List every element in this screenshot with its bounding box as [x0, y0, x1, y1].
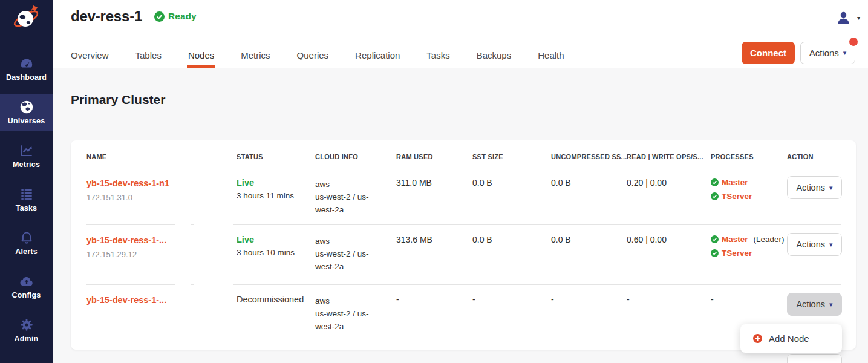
cloud-provider: aws — [315, 235, 396, 247]
app-logo[interactable] — [0, 0, 53, 37]
node-uptime: 3 hours 11 mins — [237, 191, 315, 200]
tab-health[interactable]: Health — [538, 42, 564, 68]
read-write-ops-value: - — [627, 295, 711, 304]
table-row: yb-15-dev-ress-1-... Decommissioned aws … — [71, 285, 856, 348]
sidebar-item-label: Alerts — [0, 247, 53, 256]
table-row: yb-15-dev-ress-1-n1 172.151.31.0 Live 3 … — [71, 168, 856, 224]
chevron-down-icon: ▾ — [857, 15, 860, 21]
notification-dot — [849, 38, 858, 46]
node-ip: 172.151.29.12 — [86, 250, 237, 259]
process-suffix: (Leader) — [754, 235, 785, 244]
planet-rocket-logo-icon — [10, 2, 43, 34]
node-actions-button-open[interactable]: Actions ▾ — [787, 293, 842, 316]
sst-size-value: - — [472, 295, 551, 304]
check-circle-icon — [711, 178, 719, 186]
bell-icon — [19, 230, 34, 246]
node-actions-label: Actions — [796, 183, 825, 192]
cloud-zone: us-west-2 / us-west-2a — [315, 247, 380, 273]
connect-button[interactable]: Connect — [742, 42, 795, 64]
node-ip: 172.151.31.0 — [86, 193, 237, 202]
tab-queries[interactable]: Queries — [297, 42, 329, 68]
universe-actions-button[interactable]: Actions ▾ — [800, 42, 855, 64]
column-header-name: NAME — [86, 153, 237, 160]
sst-size-value: 0.0 B — [472, 235, 551, 244]
sidebar-item-universes[interactable]: Universes — [0, 94, 53, 131]
cloud-zone: us-west-2 / us-west-2a — [315, 307, 380, 333]
sidebar-item-label: Tasks — [0, 204, 53, 212]
sidebar-item-label: Universes — [0, 117, 53, 125]
ram-used-value: 311.0 MB — [396, 178, 472, 188]
process-master-link[interactable]: Master — [722, 178, 748, 187]
header-divider — [830, 0, 830, 34]
process-tserver-link[interactable]: TServer — [722, 249, 752, 258]
nodes-table-card: NAME STATUS CLOUD INFO RAM USED SST SIZE… — [71, 140, 856, 350]
gauge-icon — [19, 56, 34, 71]
sidebar-item-configs[interactable]: Configs — [0, 268, 53, 306]
node-actions-label: Actions — [796, 299, 825, 309]
uncompressed-sst-value: 0.0 B — [551, 178, 627, 188]
sidebar-item-label: Dashboard — [0, 73, 53, 82]
tab-backups[interactable]: Backups — [477, 42, 512, 68]
obscured-button-fragment — [787, 354, 842, 363]
sidebar-item-label: Configs — [0, 291, 53, 299]
chevron-down-icon: ▾ — [829, 241, 833, 248]
universe-header: dev-ress-1 Ready ▾ Overview Tables Nodes… — [53, 0, 868, 68]
tab-replication[interactable]: Replication — [355, 42, 400, 68]
column-header-sst-size: SST SIZE — [472, 153, 551, 160]
tab-tasks[interactable]: Tasks — [426, 42, 449, 68]
processes-cell: Master (Leader) TServer — [711, 235, 787, 263]
section-title: Primary Cluster — [71, 93, 165, 107]
node-actions-button[interactable]: Actions ▾ — [787, 233, 842, 256]
ram-used-value: 313.6 MB — [396, 235, 472, 244]
cloud-provider: aws — [315, 295, 396, 307]
node-uptime: 3 hours 10 mins — [237, 248, 315, 257]
status-badge-label: Ready — [168, 11, 197, 22]
column-header-status: STATUS — [237, 153, 315, 160]
column-header-read-write: READ | WRITE OPS/S... — [627, 153, 711, 160]
tab-nodes[interactable]: Nodes — [188, 42, 214, 68]
table-header-row: NAME STATUS CLOUD INFO RAM USED SST SIZE… — [71, 140, 856, 168]
processes-cell: - — [711, 295, 787, 304]
user-menu[interactable]: ▾ — [835, 10, 860, 26]
dropdown-item-add-node[interactable]: Add Node — [740, 333, 842, 344]
chevron-down-icon: ▾ — [829, 185, 833, 191]
node-status: Decommissioned — [237, 295, 315, 304]
nodes-page: Primary Cluster NAME STATUS CLOUD INFO R… — [53, 68, 868, 363]
node-status: Live — [237, 178, 315, 188]
cloud-upload-icon — [19, 273, 34, 289]
status-badge: Ready — [154, 11, 197, 22]
sidebar-item-dashboard[interactable]: Dashboard — [0, 50, 53, 88]
ram-used-value: - — [396, 295, 472, 304]
tab-overview[interactable]: Overview — [71, 42, 109, 68]
sidebar-item-tasks[interactable]: Tasks — [0, 181, 53, 218]
node-name-link[interactable]: yb-15-dev-ress-1-... — [86, 295, 166, 305]
tab-metrics[interactable]: Metrics — [241, 42, 270, 68]
node-actions-dropdown: Add Node — [740, 324, 842, 353]
plus-circle-icon — [753, 334, 762, 343]
sidebar-item-alerts[interactable]: Alerts — [0, 224, 53, 262]
page-title: dev-ress-1 — [71, 8, 142, 25]
node-name-link[interactable]: yb-15-dev-ress-1-n1 — [86, 178, 169, 188]
process-master-link[interactable]: Master — [722, 235, 748, 244]
column-header-ram-used: RAM USED — [396, 153, 472, 160]
universe-tabs: Overview Tables Nodes Metrics Queries Re… — [71, 42, 564, 68]
sidebar-item-label: Metrics — [0, 160, 53, 169]
column-header-cloud-info: CLOUD INFO — [315, 153, 396, 160]
universe-actions-label: Actions — [809, 48, 839, 58]
chart-icon — [19, 143, 34, 159]
chevron-down-icon: ▾ — [829, 301, 833, 308]
sidebar-item-metrics[interactable]: Metrics — [0, 137, 53, 175]
tab-tables[interactable]: Tables — [135, 42, 162, 68]
node-name-link[interactable]: yb-15-dev-ress-1-... — [86, 235, 166, 245]
sidebar-item-admin[interactable]: Admin — [0, 312, 53, 349]
node-status: Live — [237, 235, 315, 244]
cloud-provider: aws — [315, 178, 396, 191]
check-circle-icon — [154, 11, 165, 22]
sidebar-item-label: Admin — [0, 335, 53, 343]
column-header-uncompressed-sst: UNCOMPRESSED SS... — [551, 153, 627, 160]
node-actions-button[interactable]: Actions ▾ — [787, 176, 842, 199]
process-tserver-link[interactable]: TServer — [722, 192, 752, 201]
gear-icon — [19, 317, 34, 333]
sst-size-value: 0.0 B — [472, 178, 551, 188]
sidebar: Dashboard Universes Metrics Tasks — [0, 0, 53, 363]
